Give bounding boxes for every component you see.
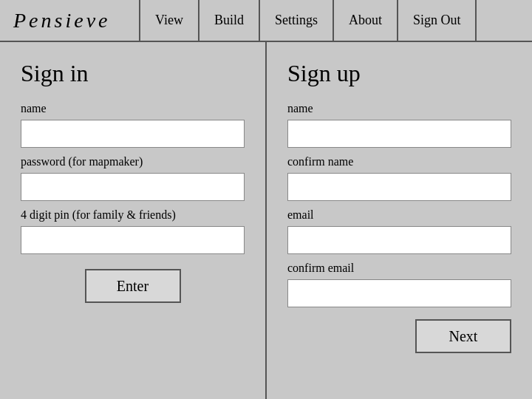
signup-email-label: email	[287, 208, 511, 222]
nav-settings[interactable]: Settings	[260, 0, 334, 41]
nav-view[interactable]: View	[140, 0, 200, 41]
signup-confirm-email-label: confirm email	[287, 262, 511, 275]
signup-name-input[interactable]	[287, 120, 511, 148]
signin-password-label: password (for mapmaker)	[21, 155, 245, 168]
signin-pin-label: 4 digit pin (for family & friends)	[21, 208, 245, 222]
nav-signout[interactable]: Sign Out	[398, 0, 477, 41]
signup-panel: Sign up name confirm name email confirm …	[267, 42, 532, 399]
app-logo: Pensieve	[0, 0, 140, 41]
signin-password-input[interactable]	[21, 173, 245, 201]
signin-panel: Sign in name password (for mapmaker) 4 d…	[0, 42, 267, 399]
nav-about[interactable]: About	[334, 0, 398, 41]
signin-pin-input[interactable]	[21, 226, 245, 254]
signup-confirm-name-input[interactable]	[287, 173, 511, 201]
signup-title: Sign up	[287, 60, 511, 87]
main-content: Sign in name password (for mapmaker) 4 d…	[0, 42, 532, 399]
signin-name-label: name	[21, 102, 245, 115]
signup-name-label: name	[287, 102, 511, 115]
signup-confirm-name-label: confirm name	[287, 155, 511, 168]
signin-title: Sign in	[21, 60, 245, 87]
nav-build[interactable]: Build	[200, 0, 260, 41]
enter-button[interactable]: Enter	[85, 269, 181, 303]
signup-confirm-email-input[interactable]	[287, 279, 511, 307]
next-button[interactable]: Next	[415, 319, 511, 353]
navbar: Pensieve View Build Settings About Sign …	[0, 0, 532, 42]
signin-name-input[interactable]	[21, 120, 245, 148]
signup-email-input[interactable]	[287, 226, 511, 254]
